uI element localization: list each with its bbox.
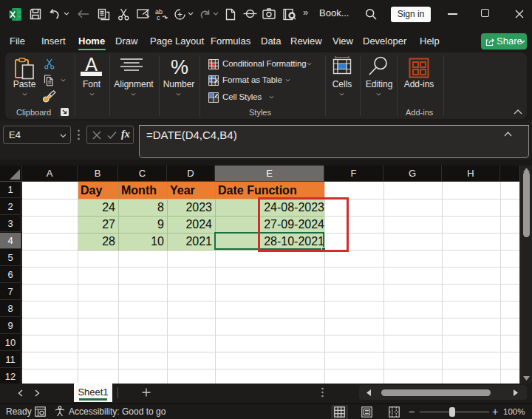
svg-text:c: c [157,14,160,21]
